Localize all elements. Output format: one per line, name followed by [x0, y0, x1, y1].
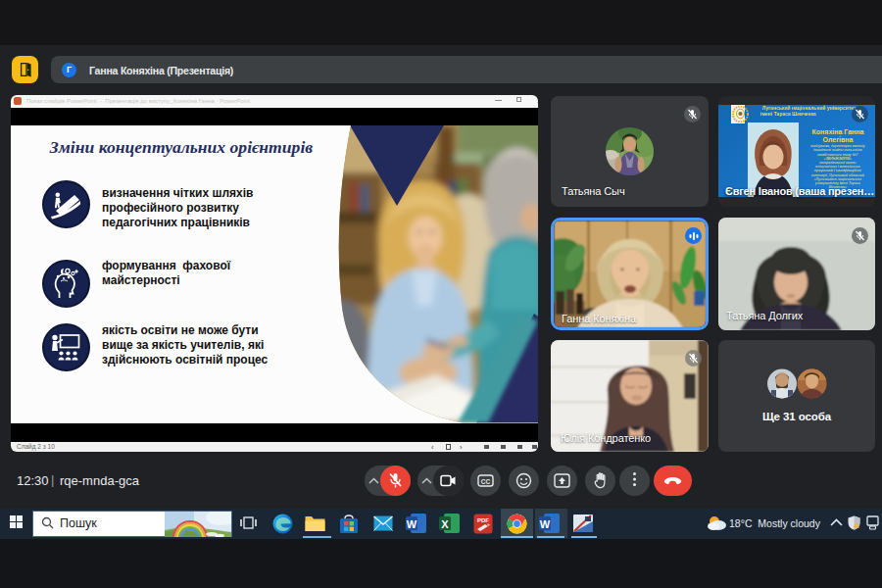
svg-text:X: X [441, 518, 449, 530]
svg-text:W: W [407, 518, 417, 530]
svg-text:PDF: PDF [477, 517, 489, 523]
svg-text:W: W [540, 518, 551, 530]
svg-text:CC: CC [481, 478, 491, 485]
